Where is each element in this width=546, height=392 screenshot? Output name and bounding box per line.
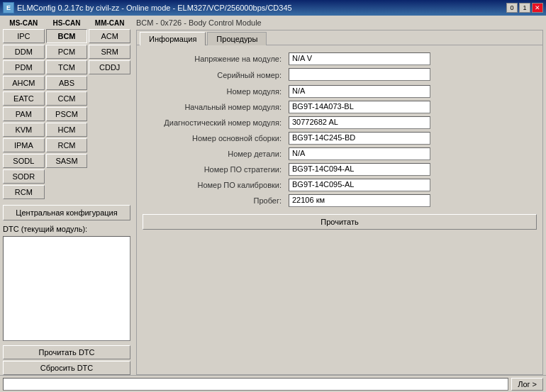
sidebar-item-cddj[interactable]: CDDJ [89, 60, 130, 74]
info-row: Начальный номер модуля:BG9T-14A073-BL [143, 99, 537, 115]
sidebar-item-pcm[interactable]: PCM [46, 45, 88, 59]
sidebar-item-sodr[interactable]: SODR [3, 169, 45, 184]
info-row: Номер модуля:N/A [143, 84, 537, 99]
title-bar: E ELMConfig 0.2.17c by civil-zz - Online… [0, 0, 546, 16]
field-label: Диагностический номер модуля: [143, 115, 284, 130]
content-area: BCM - 0x726 - Body Control Module Информ… [133, 16, 546, 378]
field-label: Пробег: [143, 193, 284, 208]
info-row: Номер ПО стратегии:BG9T-14C094-AL [143, 162, 537, 177]
field-label: Номер ПО калибровки: [143, 177, 284, 193]
mm-can-header: MM-CAN [89, 18, 130, 28]
sidebar-item-tcm[interactable]: TCM [46, 60, 88, 74]
field-label: Напряжение на модуле: [143, 51, 284, 67]
dtc-area [3, 236, 130, 341]
minimize-button[interactable]: 0 [506, 3, 518, 13]
sidebar: MS-CAN IPC DDM PDM AHCM EATC PAM KVM IPM… [0, 16, 133, 378]
sidebar-item-pdm[interactable]: PDM [3, 60, 45, 74]
info-row: Серийный номер: [143, 67, 537, 84]
tabs-row: Информация Процедуры [137, 30, 542, 45]
info-row: Номер ПО калибровки:BG9T-14C095-AL [143, 177, 537, 193]
tab-proc[interactable]: Процедуры [207, 32, 267, 45]
info-row: Пробег:22106 км [143, 193, 537, 208]
field-label: Номер детали: [143, 146, 284, 162]
read-button[interactable]: Прочитать [143, 214, 537, 230]
field-value: BG9T-14C095-AL [289, 179, 430, 191]
field-label: Серийный номер: [143, 67, 284, 84]
sidebar-item-hcm[interactable]: HCM [46, 123, 88, 137]
window-title: ELMConfig 0.2.17c by civil-zz - Online m… [17, 4, 292, 12]
ms-can-header: MS-CAN [3, 18, 45, 28]
field-value [289, 68, 430, 81]
sidebar-item-ccm[interactable]: CCM [46, 91, 88, 106]
app-icon: E [3, 2, 14, 13]
log-input[interactable] [3, 378, 508, 391]
info-table: Напряжение на модуле:N/A VСерийный номер… [143, 51, 537, 208]
read-dtc-button[interactable]: Прочитать DTC [3, 345, 130, 359]
sidebar-item-eatc[interactable]: EATC [3, 91, 45, 106]
ms-can-column: MS-CAN IPC DDM PDM AHCM EATC PAM KVM IPM… [3, 18, 45, 199]
field-value: BG9T-14C245-BD [289, 132, 430, 145]
field-value: BG9T-14A073-BL [289, 101, 430, 113]
center-config-button[interactable]: Центральная конфигурация [3, 205, 130, 220]
sidebar-item-abs[interactable]: ABS [46, 76, 88, 90]
field-label: Номер ПО стратегии: [143, 162, 284, 177]
sidebar-item-bcm[interactable]: BCM [46, 29, 88, 43]
log-button[interactable]: Лог > [511, 378, 543, 391]
sidebar-item-ddm[interactable]: DDM [3, 45, 45, 59]
sidebar-item-srm[interactable]: SRM [89, 45, 130, 59]
field-value: BG9T-14C094-AL [289, 163, 430, 176]
sidebar-item-rcm-ms[interactable]: RCM [3, 185, 45, 199]
status-bar: Лог > [0, 375, 546, 392]
tab-panel: Информация Процедуры Напряжение на модул… [136, 30, 543, 375]
sidebar-item-ipma[interactable]: IPMA [3, 138, 45, 152]
sidebar-item-sodl[interactable]: SODL [3, 154, 45, 168]
field-value: N/A [289, 85, 430, 98]
info-row: Диагностический номер модуля:30772682 AL [143, 115, 537, 130]
sidebar-item-rcm-hs[interactable]: RCM [46, 138, 88, 152]
info-row: Напряжение на модуле:N/A V [143, 51, 537, 67]
hs-can-column: HS-CAN BCM PCM TCM ABS CCM PSCM HCM RCM … [46, 18, 88, 199]
close-button[interactable]: ✕ [532, 3, 543, 13]
sidebar-item-pam[interactable]: PAM [3, 107, 45, 121]
field-value: N/A [289, 147, 430, 160]
field-label: Номер модуля: [143, 84, 284, 99]
dtc-label: DTC (текущий модуль): [3, 225, 130, 233]
info-row: Номер детали:N/A [143, 146, 537, 162]
sidebar-item-pscm[interactable]: PSCM [46, 107, 88, 121]
field-value: 22106 км [289, 194, 430, 207]
sidebar-item-ipc[interactable]: IPC [3, 29, 45, 43]
mm-can-column: MM-CAN ACM SRM CDDJ [89, 18, 130, 199]
info-row: Номер основной сборки:BG9T-14C245-BD [143, 130, 537, 146]
tab-info-content: Напряжение на модуле:N/A VСерийный номер… [137, 45, 542, 374]
field-label: Начальный номер модуля: [143, 99, 284, 115]
sidebar-item-sasm[interactable]: SASM [46, 154, 88, 168]
sidebar-item-ahcm[interactable]: AHCM [3, 76, 45, 90]
maximize-button[interactable]: 1 [519, 3, 530, 13]
reset-dtc-button[interactable]: Сбросить DTC [3, 361, 130, 375]
sidebar-item-kvm[interactable]: KVM [3, 123, 45, 137]
sidebar-item-acm[interactable]: ACM [89, 29, 130, 43]
field-label: Номер основной сборки: [143, 130, 284, 146]
field-value: N/A V [289, 52, 430, 65]
field-value: 30772682 AL [289, 116, 430, 129]
hs-can-header: HS-CAN [46, 18, 88, 28]
module-header: BCM - 0x726 - Body Control Module [136, 18, 543, 27]
tab-info[interactable]: Информация [140, 32, 206, 45]
